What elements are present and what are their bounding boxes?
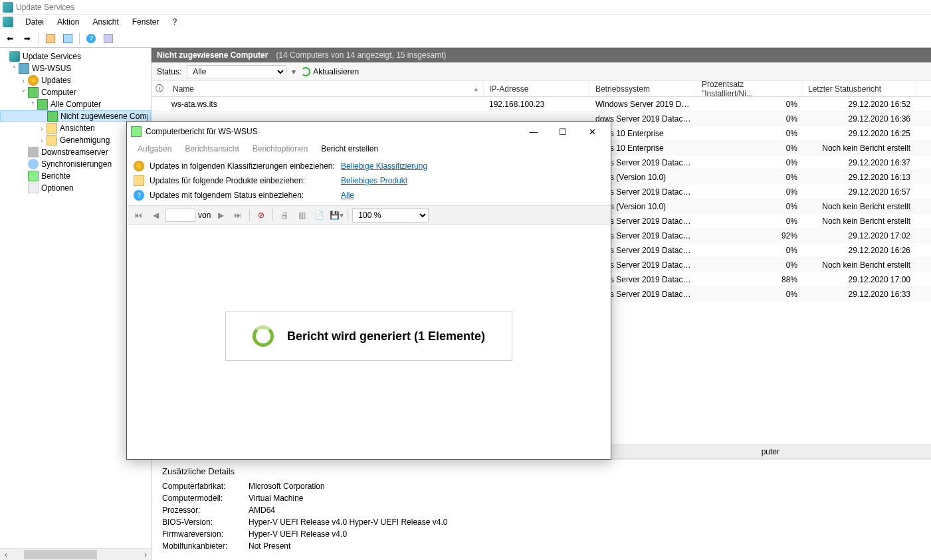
cell-last: Noch kein Bericht erstellt	[803, 202, 916, 211]
back-button[interactable]: ⬅	[3, 31, 17, 46]
cell-last: Noch kein Bericht erstellt	[803, 217, 916, 226]
refresh-button[interactable]: Aktualisieren	[301, 67, 359, 76]
detail-value: Microsoft Corporation	[249, 482, 325, 494]
allcomputers-icon	[37, 99, 48, 110]
detail-row: Firmwareversion:Hyper-V UEFI Release v4.…	[162, 529, 920, 541]
menu-ansicht[interactable]: Ansicht	[86, 16, 125, 28]
scroll-left-arrow[interactable]: ‹	[0, 550, 12, 559]
detail-label: BIOS-Version:	[162, 517, 249, 529]
tb-help-button[interactable]: ?	[84, 31, 98, 46]
col-name[interactable]: Name▲	[167, 81, 484, 96]
tree-root[interactable]: Update Services	[0, 50, 151, 62]
filter3-link[interactable]: Alle	[341, 191, 354, 200]
menubar: Datei Aktion Ansicht Fenster ?	[0, 15, 931, 29]
popup-menu-aufgaben[interactable]: Aufgaben	[131, 143, 178, 155]
status-select[interactable]: Alle	[187, 65, 286, 78]
popup-title: Computerbericht für WS-WSUS	[146, 127, 258, 136]
col-ip[interactable]: IP-Adresse	[484, 81, 590, 96]
detail-value: AMD64	[249, 506, 275, 517]
col-os[interactable]: Betriebssystem	[590, 81, 696, 96]
menu-datei[interactable]: Datei	[19, 16, 51, 28]
cell-last: 29.12.2020 16:25	[803, 129, 916, 138]
scroll-thumb[interactable]	[24, 550, 97, 559]
cell-ip: 192.168.100.23	[484, 100, 590, 109]
popup-filters: Updates in folgenden Klassifizierungen e…	[127, 156, 611, 205]
filter-row: Status: Alle ▾ Aktualisieren	[152, 62, 931, 81]
forward-button[interactable]: ➡	[20, 31, 35, 46]
popup-maximize-button[interactable]: ☐	[548, 122, 577, 141]
app-title: Update Services	[16, 3, 74, 12]
col-last[interactable]: Letzter Statusbericht	[803, 81, 916, 96]
filter2-label: Updates für folgende Produkte einbeziehe…	[150, 176, 336, 185]
table-row[interactable]: ws-ata.ws.its192.168.100.23Windows Serve…	[152, 97, 931, 112]
app-titlebar: Update Services	[0, 0, 931, 15]
detail-label: Mobilfunkanbieter:	[162, 541, 249, 553]
cell-pct: 92%	[696, 231, 803, 240]
popup-menu-berichtsansicht[interactable]: Berichtsansicht	[178, 143, 245, 155]
detail-label: Prozessor:	[162, 506, 249, 517]
popup-body: Bericht wird generiert (1 Elemente)	[127, 225, 611, 459]
cell-last: 29.12.2020 16:37	[803, 158, 916, 167]
popup-icon	[131, 126, 142, 137]
cell-last: Noch kein Bericht erstellt	[803, 143, 916, 153]
tb-btn-4[interactable]	[101, 31, 116, 46]
generating-box: Bericht wird generiert (1 Elemente)	[225, 312, 512, 361]
details-heading: Zusätzliche Details	[162, 466, 920, 476]
menu-fenster[interactable]: Fenster	[126, 16, 166, 28]
tb-btn-2[interactable]	[60, 31, 75, 46]
save-button[interactable]: 💾▾	[329, 208, 344, 223]
last-page-button[interactable]: ⏭	[231, 208, 245, 223]
popup-toolbar: ⏮ ◀ von ▶ ⏭ ⊘ 🖨 ▥ 📄 💾▾ 100 %	[127, 205, 611, 225]
tree-updates[interactable]: ›Updates	[0, 74, 151, 86]
detail-value: Hyper-V UEFI Release v4.0	[249, 529, 347, 541]
cell-name: ws-ata.ws.its	[152, 100, 484, 109]
col-info[interactable]: ⓘ	[152, 81, 167, 96]
wsus-icon	[9, 51, 20, 62]
unassigned-icon	[47, 111, 58, 122]
filter1-link[interactable]: Beliebige Klassifizierung	[341, 161, 427, 171]
col-pct[interactable]: Prozentsatz "Installiert/Ni...	[696, 81, 803, 96]
toolbar: ⬅ ➡ ?	[0, 29, 931, 48]
detail-row: Computerfabrikat:Microsoft Corporation	[162, 482, 920, 494]
popup-minimize-button[interactable]: —	[519, 122, 548, 141]
layout-button[interactable]: ▥	[294, 208, 309, 223]
menubar-icon	[3, 17, 13, 27]
scroll-right-arrow[interactable]: ›	[140, 550, 152, 559]
menu-aktion[interactable]: Aktion	[51, 16, 86, 28]
cell-last: 29.12.2020 16:57	[803, 187, 916, 197]
detail-partial-text: puter	[762, 447, 779, 456]
cell-pct: 0%	[696, 173, 803, 182]
tb-btn-1[interactable]	[43, 31, 58, 46]
first-page-button[interactable]: ⏮	[131, 208, 146, 223]
cell-last: 29.12.2020 16:36	[803, 114, 916, 124]
page-input[interactable]	[165, 209, 195, 222]
app-icon	[3, 2, 13, 13]
cell-os: Windows Server 2019 Datace...	[590, 100, 696, 109]
popup-titlebar[interactable]: Computerbericht für WS-WSUS — ☐ ✕	[127, 122, 611, 141]
page-of-label: von	[198, 211, 211, 220]
detail-row: Computermodell:Virtual Machine	[162, 494, 920, 506]
menu-hilfe[interactable]: ?	[165, 16, 183, 28]
popup-close-button[interactable]: ✕	[577, 122, 607, 141]
export-button[interactable]: 📄	[312, 208, 326, 223]
detail-value: Virtual Machine	[249, 494, 304, 506]
downstream-icon	[28, 147, 39, 157]
cell-pct: 0%	[696, 217, 803, 226]
stop-button[interactable]: ⊘	[254, 208, 268, 223]
sidebar-hscroll[interactable]: ‹ ›	[0, 548, 152, 560]
options-icon	[28, 183, 39, 193]
tree-server[interactable]: ˅WS-WSUS	[0, 62, 151, 74]
filter2-link[interactable]: Beliebiges Produkt	[341, 176, 407, 185]
filter3-label: Updates mit folgendem Status einbeziehen…	[150, 191, 336, 200]
popup-menu-berichtoptionen[interactable]: Berichtoptionen	[246, 143, 314, 155]
tree-computer[interactable]: ˅Computer	[0, 86, 151, 98]
prev-page-button[interactable]: ◀	[148, 208, 163, 223]
print-button[interactable]: 🖨	[277, 208, 292, 223]
tree-alle-computer[interactable]: ˅Alle Computer	[0, 98, 151, 110]
next-page-button[interactable]: ▶	[213, 208, 228, 223]
updates-icon	[28, 75, 39, 86]
computer-icon	[28, 87, 39, 98]
popup-menu-erstellen[interactable]: Bericht erstellen	[314, 143, 385, 155]
zoom-select[interactable]: 100 %	[352, 208, 429, 223]
detail-row: Prozessor:AMD64	[162, 506, 920, 517]
